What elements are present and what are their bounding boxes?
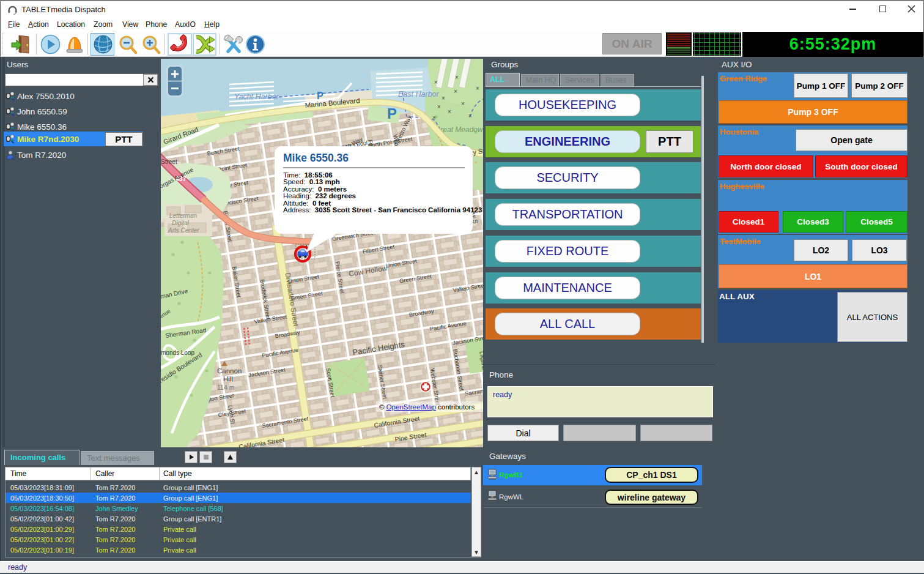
svg-text:Cannon: Cannon bbox=[217, 367, 242, 375]
svg-text:P: P bbox=[387, 105, 397, 122]
svg-text:×: × bbox=[461, 100, 465, 107]
svg-text:Address: 3035 Scott Street -: Address: 3035 Scott Street - San Francis… bbox=[283, 206, 482, 214]
svg-text:Speed: 0.13 mph: Speed: 0.13 mph bbox=[283, 178, 340, 185]
svg-text:Accuracy: 0 meters: Accuracy: 0 meters bbox=[283, 185, 347, 193]
svg-text:×: × bbox=[468, 113, 472, 119]
svg-text:×: × bbox=[442, 95, 445, 102]
svg-text:×: × bbox=[455, 74, 459, 81]
svg-text:×: × bbox=[437, 103, 441, 110]
svg-text:© OpenStreetMap contributors: © OpenStreetMap contributors bbox=[379, 403, 475, 411]
svg-text:×: × bbox=[476, 85, 479, 92]
svg-text:×: × bbox=[454, 88, 457, 95]
svg-text:Mike 6550.36: Mike 6550.36 bbox=[283, 152, 349, 164]
svg-text:Letterman: Letterman bbox=[169, 212, 197, 219]
svg-text:P: P bbox=[317, 91, 323, 101]
svg-text:×: × bbox=[448, 108, 451, 115]
svg-text:Altitude: 0 feet: Altitude: 0 feet bbox=[283, 199, 331, 207]
svg-text:Yacht Harbor: Yacht Harbor bbox=[234, 92, 279, 101]
svg-text:114 m: 114 m bbox=[217, 384, 235, 391]
svg-text:Street: Street bbox=[161, 158, 177, 165]
svg-text:Heading: 232 degrees: Heading: 232 degrees bbox=[283, 192, 356, 199]
svg-text:Arts Center: Arts Center bbox=[168, 227, 199, 234]
svg-text:Digital: Digital bbox=[172, 220, 190, 226]
svg-text:monds Loop: monds Loop bbox=[161, 349, 194, 356]
svg-text:×: × bbox=[434, 79, 438, 86]
svg-text:×: × bbox=[432, 114, 436, 121]
svg-text:Time: 18:55:06: Time: 18:55:06 bbox=[283, 171, 333, 179]
svg-text:East Harbor: East Harbor bbox=[398, 90, 440, 99]
svg-text:Hill: Hill bbox=[223, 375, 233, 382]
